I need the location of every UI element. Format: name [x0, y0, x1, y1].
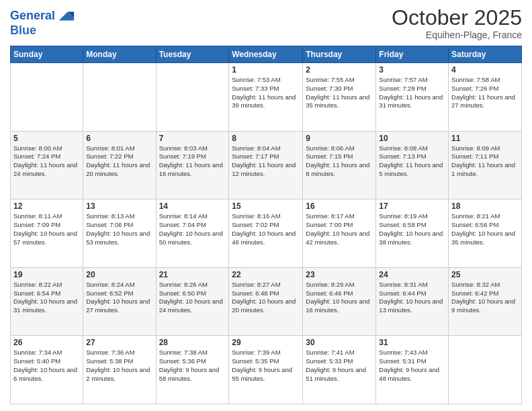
calendar-cell: 23Sunrise: 8:29 AM Sunset: 6:46 PM Dayli…: [303, 267, 376, 336]
calendar-cell: 25Sunrise: 8:32 AM Sunset: 6:42 PM Dayli…: [449, 267, 522, 336]
calendar-cell: 4Sunrise: 7:58 AM Sunset: 7:26 PM Daylig…: [449, 63, 522, 132]
calendar-cell: 16Sunrise: 8:17 AM Sunset: 7:00 PM Dayli…: [303, 199, 376, 268]
day-number: 23: [306, 270, 373, 279]
calendar-table: SundayMondayTuesdayWednesdayThursdayFrid…: [10, 46, 522, 404]
day-number: 15: [232, 201, 300, 211]
day-number: 27: [86, 338, 152, 347]
calendar-cell: 26Sunrise: 7:34 AM Sunset: 5:40 PM Dayli…: [11, 336, 83, 404]
header: General Blue October 2025 Equihen-Plage,…: [10, 7, 522, 40]
day-number: 14: [159, 201, 226, 211]
day-number: 5: [13, 134, 80, 143]
day-number: 26: [13, 338, 80, 347]
calendar-cell: 28Sunrise: 7:38 AM Sunset: 5:36 PM Dayli…: [156, 336, 229, 404]
logo-text: General: [10, 9, 55, 23]
day-info: Sunrise: 7:57 AM Sunset: 7:28 PM Dayligh…: [379, 76, 445, 110]
day-info: Sunrise: 8:21 AM Sunset: 6:56 PM Dayligh…: [451, 212, 519, 246]
page: General Blue October 2025 Equihen-Plage,…: [0, 0, 532, 411]
day-info: Sunrise: 7:36 AM Sunset: 5:38 PM Dayligh…: [86, 349, 152, 383]
weekday-header-monday: Monday: [83, 46, 156, 63]
calendar-week-3: 12Sunrise: 8:11 AM Sunset: 7:09 PM Dayli…: [11, 199, 522, 268]
logo-icon: [56, 7, 75, 26]
day-number: 6: [86, 134, 152, 143]
day-number: 18: [451, 201, 519, 211]
day-info: Sunrise: 7:41 AM Sunset: 5:33 PM Dayligh…: [306, 349, 373, 383]
location: Equihen-Plage, France: [392, 30, 522, 40]
day-info: Sunrise: 7:53 AM Sunset: 7:33 PM Dayligh…: [232, 76, 300, 110]
calendar-cell: 29Sunrise: 7:39 AM Sunset: 5:35 PM Dayli…: [229, 336, 303, 404]
day-info: Sunrise: 8:27 AM Sunset: 6:48 PM Dayligh…: [232, 281, 300, 315]
day-number: 4: [451, 65, 519, 75]
day-info: Sunrise: 8:24 AM Sunset: 6:52 PM Dayligh…: [86, 281, 152, 315]
day-number: 9: [306, 134, 373, 143]
calendar-week-2: 5Sunrise: 8:00 AM Sunset: 7:24 PM Daylig…: [11, 131, 522, 199]
calendar-cell: 10Sunrise: 8:08 AM Sunset: 7:13 PM Dayli…: [376, 131, 449, 199]
day-info: Sunrise: 8:17 AM Sunset: 7:00 PM Dayligh…: [306, 212, 373, 246]
calendar-cell: 7Sunrise: 8:03 AM Sunset: 7:19 PM Daylig…: [156, 131, 229, 199]
day-info: Sunrise: 8:04 AM Sunset: 7:17 PM Dayligh…: [232, 144, 300, 179]
day-number: 21: [159, 270, 226, 279]
day-number: 1: [232, 65, 300, 75]
weekday-header-tuesday: Tuesday: [156, 46, 229, 63]
day-info: Sunrise: 8:09 AM Sunset: 7:11 PM Dayligh…: [451, 144, 519, 179]
day-number: 20: [86, 270, 152, 279]
calendar-cell: 27Sunrise: 7:36 AM Sunset: 5:38 PM Dayli…: [83, 336, 156, 404]
calendar-cell: 15Sunrise: 8:16 AM Sunset: 7:02 PM Dayli…: [229, 199, 303, 268]
calendar-cell: 24Sunrise: 8:31 AM Sunset: 6:44 PM Dayli…: [376, 267, 449, 336]
day-info: Sunrise: 7:55 AM Sunset: 7:30 PM Dayligh…: [306, 76, 373, 110]
day-info: Sunrise: 8:16 AM Sunset: 7:02 PM Dayligh…: [232, 212, 300, 246]
day-number: 31: [379, 338, 445, 347]
day-info: Sunrise: 8:22 AM Sunset: 6:54 PM Dayligh…: [13, 281, 80, 315]
weekday-header-sunday: Sunday: [11, 46, 83, 63]
day-number: 24: [379, 270, 445, 279]
calendar-cell: [449, 336, 522, 404]
calendar-week-4: 19Sunrise: 8:22 AM Sunset: 6:54 PM Dayli…: [11, 267, 522, 336]
day-number: 16: [306, 201, 373, 211]
calendar-cell: 2Sunrise: 7:55 AM Sunset: 7:30 PM Daylig…: [303, 63, 376, 132]
day-number: 25: [451, 270, 519, 279]
logo-blue: Blue: [10, 24, 75, 36]
day-number: 12: [13, 201, 80, 211]
day-info: Sunrise: 8:06 AM Sunset: 7:15 PM Dayligh…: [306, 144, 373, 179]
day-info: Sunrise: 8:11 AM Sunset: 7:09 PM Dayligh…: [13, 212, 80, 246]
weekday-header-saturday: Saturday: [449, 46, 522, 63]
calendar-cell: 5Sunrise: 8:00 AM Sunset: 7:24 PM Daylig…: [11, 131, 83, 199]
calendar-cell: 9Sunrise: 8:06 AM Sunset: 7:15 PM Daylig…: [303, 131, 376, 199]
day-info: Sunrise: 7:58 AM Sunset: 7:26 PM Dayligh…: [451, 76, 519, 110]
day-info: Sunrise: 8:29 AM Sunset: 6:46 PM Dayligh…: [306, 281, 373, 315]
day-number: 22: [232, 270, 300, 279]
calendar-cell: 1Sunrise: 7:53 AM Sunset: 7:33 PM Daylig…: [229, 63, 303, 132]
weekday-header-friday: Friday: [376, 46, 449, 63]
weekday-header-wednesday: Wednesday: [229, 46, 303, 63]
day-info: Sunrise: 8:19 AM Sunset: 6:58 PM Dayligh…: [379, 212, 445, 246]
calendar-cell: 13Sunrise: 8:13 AM Sunset: 7:06 PM Dayli…: [83, 199, 156, 268]
day-number: 29: [232, 338, 300, 347]
calendar-cell: 6Sunrise: 8:01 AM Sunset: 7:22 PM Daylig…: [83, 131, 156, 199]
day-info: Sunrise: 7:34 AM Sunset: 5:40 PM Dayligh…: [13, 349, 80, 383]
day-info: Sunrise: 8:01 AM Sunset: 7:22 PM Dayligh…: [86, 144, 152, 179]
day-number: 19: [13, 270, 80, 279]
day-info: Sunrise: 7:39 AM Sunset: 5:35 PM Dayligh…: [232, 349, 300, 383]
calendar-cell: 30Sunrise: 7:41 AM Sunset: 5:33 PM Dayli…: [303, 336, 376, 404]
day-number: 7: [159, 134, 226, 143]
calendar-week-1: 1Sunrise: 7:53 AM Sunset: 7:33 PM Daylig…: [11, 63, 522, 132]
weekday-header-row: SundayMondayTuesdayWednesdayThursdayFrid…: [11, 46, 522, 63]
day-info: Sunrise: 8:03 AM Sunset: 7:19 PM Dayligh…: [159, 144, 226, 179]
calendar-cell: 12Sunrise: 8:11 AM Sunset: 7:09 PM Dayli…: [11, 199, 83, 268]
calendar-cell: [83, 63, 156, 132]
logo: General Blue: [10, 7, 75, 36]
calendar-cell: 14Sunrise: 8:14 AM Sunset: 7:04 PM Dayli…: [156, 199, 229, 268]
calendar-cell: 20Sunrise: 8:24 AM Sunset: 6:52 PM Dayli…: [83, 267, 156, 336]
day-number: 3: [379, 65, 445, 75]
day-info: Sunrise: 7:43 AM Sunset: 5:31 PM Dayligh…: [379, 349, 445, 383]
day-number: 8: [232, 134, 300, 143]
calendar-cell: 18Sunrise: 8:21 AM Sunset: 6:56 PM Dayli…: [449, 199, 522, 268]
calendar-cell: 22Sunrise: 8:27 AM Sunset: 6:48 PM Dayli…: [229, 267, 303, 336]
day-info: Sunrise: 8:26 AM Sunset: 6:50 PM Dayligh…: [159, 281, 226, 315]
day-number: 30: [306, 338, 373, 347]
calendar-cell: 31Sunrise: 7:43 AM Sunset: 5:31 PM Dayli…: [376, 336, 449, 404]
day-number: 2: [306, 65, 373, 75]
day-number: 17: [379, 201, 445, 211]
day-number: 13: [86, 201, 152, 211]
title-block: October 2025 Equihen-Plage, France: [392, 7, 522, 40]
day-info: Sunrise: 8:31 AM Sunset: 6:44 PM Dayligh…: [379, 281, 445, 315]
